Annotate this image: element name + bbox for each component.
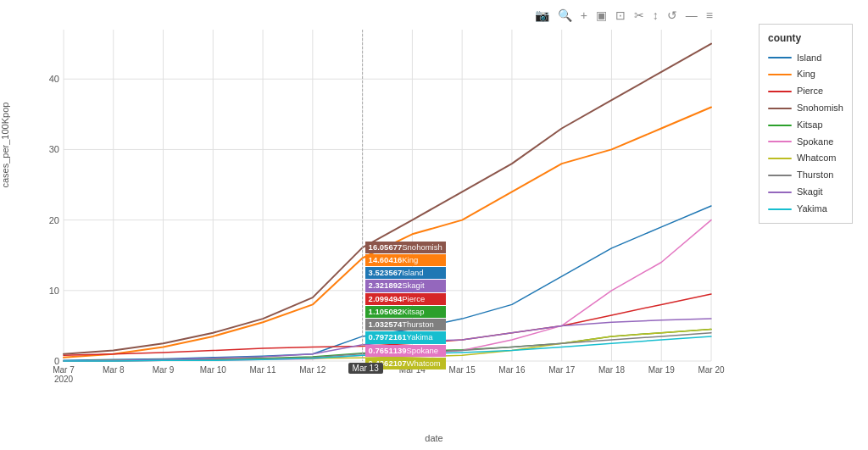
tooltip-value: 0.7651139 <box>369 345 407 357</box>
tooltip-county-label: King <box>402 254 418 266</box>
tooltip-item: 16.05677 Snohomish <box>365 242 446 253</box>
legend-line <box>768 74 792 75</box>
legend-line <box>768 91 792 92</box>
legend-item-label: Island <box>797 50 821 67</box>
svg-text:Mar 18: Mar 18 <box>598 365 626 375</box>
legend-item-label: Skagit <box>797 184 823 201</box>
svg-text:40: 40 <box>49 74 59 84</box>
tooltip-item: 3.523567 Island <box>365 267 446 279</box>
tooltip-county-label: Spokane <box>407 345 439 357</box>
tooltip-county-label: Snohomish <box>402 242 442 253</box>
y-axis-label: cases_per_100Kpop <box>0 102 10 187</box>
svg-text:20: 20 <box>49 215 59 225</box>
tooltip-item: 2.099494 Pierce <box>365 293 446 305</box>
tooltip-value: 16.05677 <box>369 242 403 253</box>
svg-text:30: 30 <box>49 144 59 154</box>
tooltip-item: 2.321892 Skagit <box>365 280 446 292</box>
legend-line <box>768 208 792 210</box>
svg-text:Mar 19: Mar 19 <box>648 365 676 375</box>
tooltip-county-label: Island <box>402 267 423 279</box>
tooltip-value: 1.032574 <box>369 319 403 331</box>
svg-text:Mar 17: Mar 17 <box>548 365 576 375</box>
tooltip-value: 0.7972161 <box>369 331 407 343</box>
tooltip-value: 2.099494 <box>369 293 403 305</box>
legend-line <box>768 192 792 193</box>
legend-item: King <box>768 66 843 83</box>
svg-text:Mar 12: Mar 12 <box>299 365 326 375</box>
chart-container: 📷 🔍 + ▣ ⊡ ✂ ↕ ↺ — ≡ cases_per_100Kpop da… <box>0 0 868 450</box>
tooltip-county-label: Pierce <box>402 293 425 305</box>
tooltip-value: 2.321892 <box>369 280 403 292</box>
tooltip-value: 1.105082 <box>369 306 403 318</box>
tooltip-county-label: Kitsap <box>402 306 424 318</box>
tooltip-item: 1.105082 Kitsap <box>365 306 446 318</box>
legend-line <box>768 175 792 176</box>
svg-text:10: 10 <box>49 286 59 296</box>
tooltip-county-label: Thurston <box>402 319 434 331</box>
tooltip-county-label: Yakima <box>407 331 433 343</box>
tooltip-item: 0.7651139 Spokane <box>365 345 446 357</box>
legend-item: Yakima <box>768 201 843 218</box>
legend-line <box>768 108 792 109</box>
legend-item: Skagit <box>768 184 843 201</box>
legend-item: Snohomish <box>768 100 843 117</box>
legend-item-label: Kitsap <box>797 117 823 134</box>
legend-item-label: Pierce <box>797 83 823 100</box>
svg-text:Mar 10: Mar 10 <box>200 365 227 375</box>
legend-line <box>768 141 792 142</box>
legend-line <box>768 57 792 58</box>
svg-text:Mar 15: Mar 15 <box>449 365 476 375</box>
legend-item-label: Whatcom <box>797 150 836 167</box>
svg-text:Mar 8: Mar 8 <box>103 365 125 375</box>
tooltip-county-label: Skagit <box>402 280 424 292</box>
tooltip-value: 14.60416 <box>369 254 403 266</box>
legend-item-label: King <box>797 66 815 83</box>
svg-text:Mar 11: Mar 11 <box>250 365 277 375</box>
date-tooltip: Mar 13 <box>348 363 383 374</box>
tooltip-item: 14.60416 King <box>365 254 446 266</box>
legend-item-label: Spokane <box>797 134 833 151</box>
svg-text:Mar 72020: Mar 72020 <box>53 365 75 384</box>
tooltip-item: 0.7972161 Yakima <box>365 331 446 343</box>
legend-line <box>768 158 792 159</box>
legend-title: county <box>768 30 843 48</box>
legend-item: Whatcom <box>768 150 843 167</box>
legend-item: Pierce <box>768 83 843 100</box>
legend-item: Spokane <box>768 134 843 151</box>
legend-item-label: Snohomish <box>797 100 843 117</box>
x-axis-label: date <box>425 433 442 443</box>
legend-line <box>768 125 792 126</box>
svg-text:Mar 9: Mar 9 <box>153 365 175 375</box>
tooltip-value: 3.523567 <box>369 267 403 279</box>
legend-item-label: Thurston <box>797 167 833 184</box>
svg-text:Mar 16: Mar 16 <box>498 365 526 375</box>
tooltip-county-label: Whatcom <box>407 358 441 369</box>
legend-item-label: Yakima <box>797 201 827 218</box>
tooltip-group: 16.05677 Snohomish14.60416 King3.523567 … <box>365 242 446 370</box>
legend-item: Kitsap <box>768 117 843 134</box>
legend-item: Thurston <box>768 167 843 184</box>
svg-text:Mar 20: Mar 20 <box>698 365 725 375</box>
tooltip-item: 1.032574 Thurston <box>365 319 446 331</box>
legend-item: Island <box>768 50 843 67</box>
legend: county IslandKingPierceSnohomishKitsapSp… <box>759 24 853 224</box>
